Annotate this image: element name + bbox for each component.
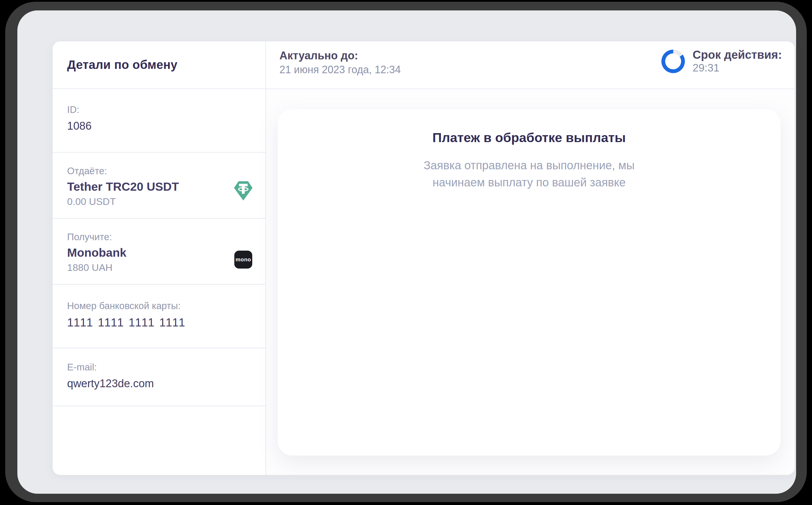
bank-card-section: Номер банковской карты: 1111 1111 1111 1…: [53, 285, 265, 348]
status-subtitle: Заявка отправлена на выполнение, мы начи…: [278, 157, 781, 191]
email-label: E-mail:: [67, 362, 265, 373]
sidebar-empty-section: [53, 406, 265, 475]
email-section: E-mail: qwerty123de.com: [53, 348, 265, 406]
timer-progress-ring-icon: [661, 49, 685, 73]
receive-section: Получите: Monobank 1880 UAH mono: [53, 219, 265, 285]
sidebar-title-section: Детали по обмену: [53, 41, 265, 89]
main-area: Актуально до: 21 июня 2023 года, 12:34 С…: [266, 41, 795, 475]
status-subtitle-line2: начинаем выплату по вашей заявке: [278, 174, 781, 191]
timer-text-block: Срок действия: 29:31: [693, 48, 782, 74]
receive-label: Получите:: [67, 231, 265, 242]
main-header: Актуально до: 21 июня 2023 года, 12:34 С…: [266, 41, 795, 89]
tether-icon: [233, 180, 253, 202]
page: Детали по обмену ID: 1086 Отдаёте: Tethe…: [0, 0, 812, 505]
bank-card-number: 1111 1111 1111 1111: [67, 316, 265, 329]
monobank-icon: mono: [234, 250, 252, 269]
monobank-icon-label: mono: [236, 257, 251, 263]
bank-card-label: Номер банковской карты:: [67, 300, 265, 311]
order-id-value: 1086: [67, 120, 265, 132]
status-subtitle-line1: Заявка отправлена на выполнение, мы: [278, 157, 781, 174]
exchange-details-sidebar: Детали по обмену ID: 1086 Отдаёте: Tethe…: [53, 41, 266, 475]
status-title: Платеж в обработке выплаты: [278, 130, 781, 145]
give-section: Отдаёте: Tether TRC20 USDT 0.00 USDT: [53, 153, 265, 219]
email-value: qwerty123de.com: [67, 377, 265, 390]
app-background: Детали по обмену ID: 1086 Отдаёте: Tethe…: [17, 10, 796, 494]
timer-label: Срок действия:: [693, 48, 782, 61]
expiry-timer: Срок действия: 29:31: [661, 48, 782, 74]
payment-status-card: Платеж в обработке выплаты Заявка отправ…: [278, 110, 781, 456]
sidebar-title: Детали по обмену: [67, 58, 177, 72]
order-id-label: ID:: [67, 104, 265, 115]
main-body: Платеж в обработке выплаты Заявка отправ…: [266, 89, 795, 475]
exchange-window: Детали по обмену ID: 1086 Отдаёте: Tethe…: [53, 41, 795, 475]
order-id-section: ID: 1086: [53, 89, 265, 153]
give-label: Отдаёте:: [67, 166, 265, 177]
timer-value: 29:31: [693, 62, 782, 74]
